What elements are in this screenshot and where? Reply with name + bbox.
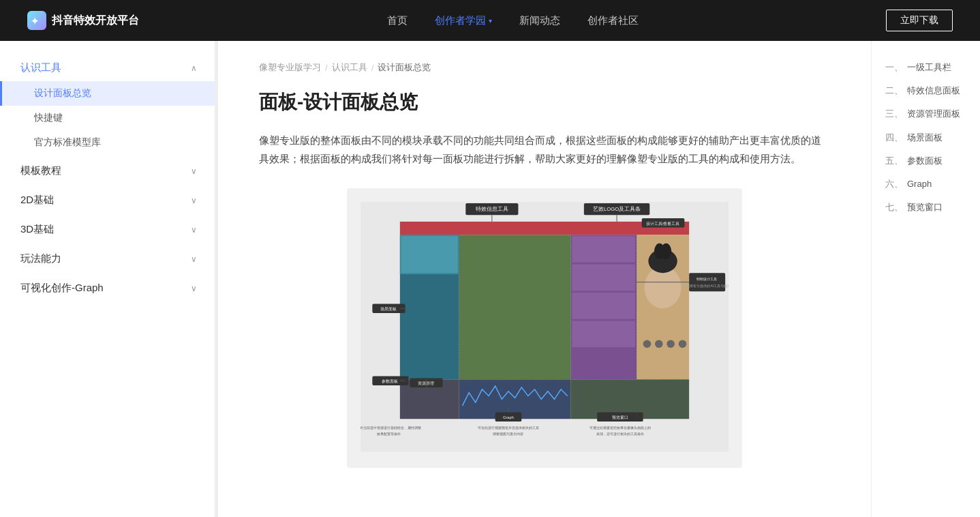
svg-rect-27 [679,340,687,349]
svg-text:设计工具/查看工具: 设计工具/查看工具 [646,222,680,226]
nav-community[interactable]: 创作者社区 [587,14,639,27]
toc-item-6[interactable]: 七、 预览窗口 [885,201,966,213]
svg-rect-16 [572,265,635,291]
breadcrumb-sep-0: / [325,63,328,73]
chevron-down-icon-3d: ∨ [191,225,197,235]
svg-text:可使用官方提供的AI工具与效果: 可使用官方提供的AI工具与效果 [683,284,729,289]
diagram-container: 特效信息工具 艺效LOGO及工具条 [347,188,742,467]
svg-rect-12 [401,237,458,274]
svg-text:可通过此视窗把控效果在摄像头画面上的: 可通过此视窗把控效果在摄像头画面上的 [589,426,651,430]
sidebar: 认识工具 ∧ 设计面板总览 快捷键 官方标准模型库 模板教程 ∨ 2D基础 ∨ [0,41,218,517]
sidebar-scrollbar[interactable] [215,41,217,517]
header: ✦ 抖音特效开放平台 首页 创作者学园 ▾ 新闻动态 创作者社区 立即下载 [0,0,980,41]
sidebar-item-model-library[interactable]: 官方标准模型库 [0,130,217,155]
download-button[interactable]: 立即下载 [886,10,953,31]
toc-item-5[interactable]: 六、 Graph [885,178,966,190]
chevron-down-icon-templates: ∨ [191,166,197,176]
toc-item-4[interactable]: 五、 参数面板 [885,155,966,167]
toc-item-2[interactable]: 三、 资源管理面板 [885,108,966,120]
svg-rect-13 [459,235,571,380]
svg-text:明明设计工具: 明明设计工具 [696,277,717,281]
page-layout: 认识工具 ∧ 设计面板总览 快捷键 官方标准模型库 模板教程 ∨ 2D基础 ∨ [0,41,980,517]
toc-item-1[interactable]: 二、 特效信息面板 [885,85,966,97]
svg-rect-15 [572,237,635,263]
logo: ✦ 抖音特效开放平台 [27,11,139,30]
svg-text:可对当前选中资源进行基础组合、属性调整: 可对当前选中资源进行基础组合、属性调整 [361,426,421,430]
sidebar-section-templates: 模板教程 ∨ [0,158,217,184]
svg-rect-48 [689,274,725,292]
content-text: 像塑专业版的整体面板由不同的模块承载不同的功能共同组合而成，根据这些面板的构成能… [259,131,830,168]
logo-text: 抖音特效开放平台 [52,14,139,28]
sidebar-section-gameplay: 玩法能力 ∨ [0,246,217,272]
sidebar-section-header-graph[interactable]: 可视化创作-Graph ∨ [0,275,217,301]
sidebar-section-graph: 可视化创作-Graph ∨ [0,275,217,301]
breadcrumb-item-0[interactable]: 像塑专业版学习 [259,61,321,74]
sidebar-section-2d: 2D基础 ∨ [0,187,217,213]
right-toc: 一、 一级工具栏 二、 特效信息面板 三、 资源管理面板 四、 场景面板 五、 … [871,41,980,517]
svg-text:✦: ✦ [31,16,39,27]
chevron-down-icon-gameplay: ∨ [191,254,197,264]
breadcrumb-current: 设计面板总览 [378,61,431,74]
svg-text:场景面板: 场景面板 [380,307,397,311]
svg-text:参数面板: 参数面板 [382,380,398,384]
breadcrumb-item-1[interactable]: 认识工具 [332,61,367,74]
sidebar-sub-items-recognize-tools: 设计面板总览 快捷键 官方标准模型库 [0,81,217,155]
svg-text:特效信息工具: 特效信息工具 [476,207,508,213]
sidebar-item-design-panel[interactable]: 设计面板总览 [0,81,217,106]
toc-item-0[interactable]: 一、 一级工具栏 [885,61,966,74]
svg-text:效果配置等操作: 效果配置等操作 [377,432,401,437]
page-title: 面板-设计面板总览 [259,90,830,115]
diagram-svg: 特效信息工具 艺效LOGO及工具条 [361,202,729,452]
sidebar-item-shortcuts[interactable]: 快捷键 [0,106,217,130]
svg-text:可在此进行视频预览并且提供相关的工具: 可在此进行视频预览并且提供相关的工具 [478,426,539,430]
svg-text:Graph: Graph [503,416,514,420]
chevron-down-icon-2d: ∨ [191,196,197,205]
chevron-down-icon: ▾ [489,17,492,25]
sidebar-section-recognize-tools: 认识工具 ∧ 设计面板总览 快捷键 官方标准模型库 [0,55,217,155]
sidebar-section-3d: 3D基础 ∨ [0,216,217,243]
svg-text:调整视图与显示内容: 调整视图与显示内容 [493,432,523,437]
svg-rect-18 [572,321,635,348]
nav-home[interactable]: 首页 [387,14,408,27]
svg-rect-25 [655,340,663,349]
svg-rect-17 [572,293,635,319]
sidebar-section-header-gameplay[interactable]: 玩法能力 ∨ [0,246,217,272]
svg-text:表现，还可进行相关的工具操作: 表现，还可进行相关的工具操作 [596,432,644,437]
svg-point-23 [661,243,671,259]
logo-icon: ✦ [27,11,46,30]
toc-item-3[interactable]: 四、 场景面板 [885,132,966,144]
breadcrumb: 像塑专业版学习 / 认识工具 / 设计面板总览 [259,61,830,74]
sidebar-section-header-templates[interactable]: 模板教程 ∨ [0,158,217,184]
sidebar-section-header-recognize-tools[interactable]: 认识工具 ∧ [0,55,217,81]
chevron-down-icon-graph: ∨ [191,284,197,293]
nav-news[interactable]: 新闻动态 [519,14,560,27]
svg-text:艺效LOGO及工具条: 艺效LOGO及工具条 [593,207,641,213]
main-content: 像塑专业版学习 / 认识工具 / 设计面板总览 面板-设计面板总览 像塑专业版的… [218,41,871,517]
sidebar-section-header-2d[interactable]: 2D基础 ∨ [0,187,217,213]
svg-text:预览窗口: 预览窗口 [612,415,628,420]
svg-rect-24 [643,340,652,349]
sidebar-section-header-3d[interactable]: 3D基础 ∨ [0,216,217,243]
svg-rect-26 [667,340,675,349]
content-image-wrapper: 特效信息工具 艺效LOGO及工具条 [259,188,830,467]
main-nav: 首页 创作者学园 ▾ 新闻动态 创作者社区 [387,14,639,27]
breadcrumb-sep-1: / [371,63,374,73]
nav-creator-academy[interactable]: 创作者学园 ▾ [435,14,492,27]
chevron-up-icon: ∧ [191,63,197,73]
